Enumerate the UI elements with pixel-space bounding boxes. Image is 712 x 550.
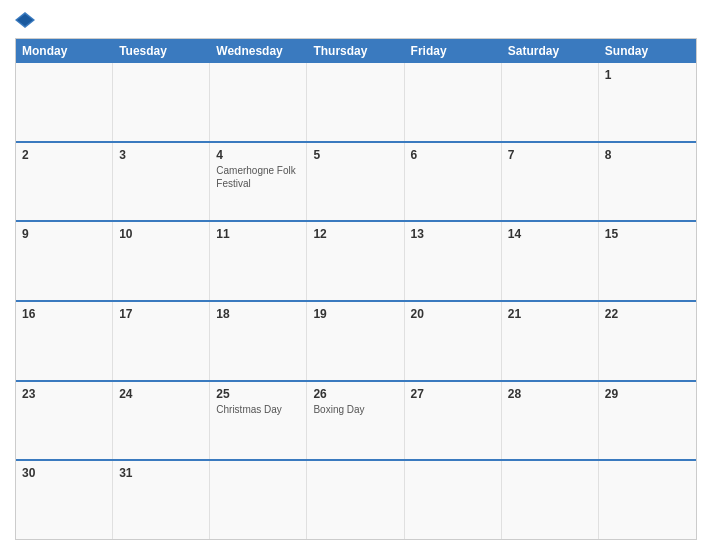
calendar-cell [307, 63, 404, 141]
calendar-cell: 27 [405, 382, 502, 460]
day-number: 13 [411, 227, 495, 241]
calendar-cell: 11 [210, 222, 307, 300]
logo [15, 10, 35, 30]
day-number: 12 [313, 227, 397, 241]
calendar-cell [210, 461, 307, 539]
calendar-cell: 15 [599, 222, 696, 300]
calendar-cell: 14 [502, 222, 599, 300]
day-event: Christmas Day [216, 403, 300, 416]
calendar-cell: 25Christmas Day [210, 382, 307, 460]
day-number: 14 [508, 227, 592, 241]
calendar-cell: 4Camerhogne Folk Festival [210, 143, 307, 221]
calendar-cell [307, 461, 404, 539]
day-number: 28 [508, 387, 592, 401]
calendar-cell: 29 [599, 382, 696, 460]
day-number: 16 [22, 307, 106, 321]
calendar-cell: 24 [113, 382, 210, 460]
calendar-cell: 13 [405, 222, 502, 300]
day-number: 8 [605, 148, 690, 162]
calendar-page: MondayTuesdayWednesdayThursdayFridaySatu… [0, 0, 712, 550]
day-number: 17 [119, 307, 203, 321]
day-number: 25 [216, 387, 300, 401]
calendar-cell: 1 [599, 63, 696, 141]
day-number: 18 [216, 307, 300, 321]
day-number: 4 [216, 148, 300, 162]
day-number: 22 [605, 307, 690, 321]
logo-flag-icon [15, 10, 35, 30]
calendar-cell [502, 63, 599, 141]
page-header [15, 10, 697, 30]
calendar-cell [502, 461, 599, 539]
day-number: 23 [22, 387, 106, 401]
day-number: 30 [22, 466, 106, 480]
calendar-cell: 22 [599, 302, 696, 380]
calendar-cell: 30 [16, 461, 113, 539]
calendar-cell [599, 461, 696, 539]
calendar-cell: 19 [307, 302, 404, 380]
day-number: 1 [605, 68, 690, 82]
calendar-header-cell: Thursday [307, 39, 404, 63]
calendar-header-cell: Saturday [502, 39, 599, 63]
calendar-header-cell: Tuesday [113, 39, 210, 63]
calendar-cell: 3 [113, 143, 210, 221]
day-event: Camerhogne Folk Festival [216, 164, 300, 190]
calendar-cell: 28 [502, 382, 599, 460]
calendar-cell: 9 [16, 222, 113, 300]
calendar-header-cell: Sunday [599, 39, 696, 63]
calendar-header-cell: Wednesday [210, 39, 307, 63]
calendar-row: 234Camerhogne Folk Festival5678 [16, 141, 696, 221]
calendar-cell: 6 [405, 143, 502, 221]
calendar-header-cell: Monday [16, 39, 113, 63]
calendar-cell: 2 [16, 143, 113, 221]
calendar-cell: 8 [599, 143, 696, 221]
logo-top [15, 10, 35, 30]
calendar-cell [113, 63, 210, 141]
calendar-header: MondayTuesdayWednesdayThursdayFridaySatu… [16, 39, 696, 63]
day-event: Boxing Day [313, 403, 397, 416]
calendar-cell: 23 [16, 382, 113, 460]
day-number: 7 [508, 148, 592, 162]
calendar-cell: 26Boxing Day [307, 382, 404, 460]
calendar-cell: 12 [307, 222, 404, 300]
calendar-cell: 31 [113, 461, 210, 539]
calendar-cell [405, 63, 502, 141]
calendar-cell: 20 [405, 302, 502, 380]
calendar-header-cell: Friday [405, 39, 502, 63]
calendar-row: 232425Christmas Day26Boxing Day272829 [16, 380, 696, 460]
day-number: 3 [119, 148, 203, 162]
calendar-row: 16171819202122 [16, 300, 696, 380]
calendar-row: 3031 [16, 459, 696, 539]
day-number: 6 [411, 148, 495, 162]
day-number: 5 [313, 148, 397, 162]
calendar-cell: 10 [113, 222, 210, 300]
day-number: 27 [411, 387, 495, 401]
calendar-row: 1 [16, 63, 696, 141]
day-number: 11 [216, 227, 300, 241]
day-number: 19 [313, 307, 397, 321]
calendar-body: 1234Camerhogne Folk Festival567891011121… [16, 63, 696, 539]
calendar-cell: 16 [16, 302, 113, 380]
calendar-cell [405, 461, 502, 539]
svg-marker-1 [17, 14, 33, 26]
day-number: 10 [119, 227, 203, 241]
day-number: 9 [22, 227, 106, 241]
day-number: 21 [508, 307, 592, 321]
calendar-cell [210, 63, 307, 141]
calendar-cell: 18 [210, 302, 307, 380]
calendar-grid: MondayTuesdayWednesdayThursdayFridaySatu… [15, 38, 697, 540]
calendar-cell: 17 [113, 302, 210, 380]
calendar-row: 9101112131415 [16, 220, 696, 300]
day-number: 20 [411, 307, 495, 321]
calendar-cell: 5 [307, 143, 404, 221]
day-number: 2 [22, 148, 106, 162]
day-number: 15 [605, 227, 690, 241]
calendar-cell: 7 [502, 143, 599, 221]
calendar-cell: 21 [502, 302, 599, 380]
day-number: 31 [119, 466, 203, 480]
day-number: 24 [119, 387, 203, 401]
day-number: 26 [313, 387, 397, 401]
calendar-cell [16, 63, 113, 141]
day-number: 29 [605, 387, 690, 401]
